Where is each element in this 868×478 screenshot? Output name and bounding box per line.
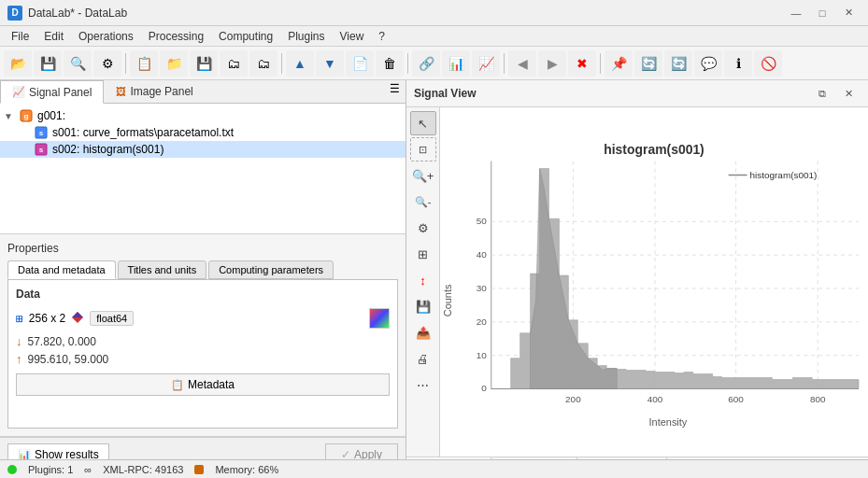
svg-text:s: s xyxy=(39,146,44,154)
properties-section: Properties Data and metadata Titles and … xyxy=(0,234,406,437)
tb-stack1[interactable]: 🗂 xyxy=(220,50,248,77)
tb-new[interactable]: 📄 xyxy=(346,50,374,77)
data-shape-row: ⊞ 256 x 2 float64 xyxy=(16,308,390,329)
tb-copy[interactable]: 📋 xyxy=(130,50,158,77)
svg-text:s: s xyxy=(39,129,44,137)
tb-stack2[interactable]: 🗂 xyxy=(249,50,277,77)
tb-info[interactable]: ℹ xyxy=(724,50,752,77)
tree-item-g001[interactable]: ▼ g g001: xyxy=(0,107,406,124)
max-values: 995.610, 59.000 xyxy=(28,353,109,366)
tree-item-s001[interactable]: s s001: curve_formats\paracetamol.txt xyxy=(0,124,406,141)
tb-open[interactable]: 📂 xyxy=(4,50,32,77)
tb-block[interactable]: 🚫 xyxy=(754,50,782,77)
signal-tree[interactable]: ▼ g g001: s s00 xyxy=(0,104,406,234)
tb-down[interactable]: ▼ xyxy=(316,50,344,77)
tool-zoom-out[interactable]: 🔍- xyxy=(410,190,436,214)
tb-chart2[interactable]: 📈 xyxy=(472,50,500,77)
menu-help[interactable]: ? xyxy=(371,28,392,45)
signal-icon-s001: s xyxy=(34,126,49,139)
group-icon: g xyxy=(19,109,34,122)
svg-text:30: 30 xyxy=(477,283,488,293)
tab-options-button[interactable]: ☰ xyxy=(384,80,406,103)
svg-text:50: 50 xyxy=(477,216,488,226)
tool-more[interactable]: ⋯ xyxy=(410,373,436,397)
plugins-status: Plugins: 1 xyxy=(28,464,73,475)
toolbar-separator-3 xyxy=(407,53,408,74)
chart-tools: ↖ ⊡ 🔍+ 🔍- ⚙ ⊞ ↕ 💾 📤 🖨 ⋯ xyxy=(406,107,440,457)
toolbar-separator-4 xyxy=(504,53,505,74)
menu-operations[interactable]: Operations xyxy=(71,28,141,45)
svg-text:0: 0 xyxy=(481,383,487,393)
tb-pin[interactable]: 📌 xyxy=(605,50,633,77)
tool-settings[interactable]: ⚙ xyxy=(410,216,436,240)
memory-status: Memory: 66% xyxy=(215,464,278,475)
svg-text:g: g xyxy=(24,112,29,120)
tb-refresh2[interactable]: 🔄 xyxy=(664,50,692,77)
x-axis-label: Intensity xyxy=(649,416,688,428)
close-button[interactable]: ✕ xyxy=(836,4,861,22)
array-icon: ⊞ xyxy=(16,312,23,326)
tab-data-metadata[interactable]: Data and metadata xyxy=(7,260,116,279)
color-swatch[interactable] xyxy=(369,308,390,329)
tb-folder[interactable]: 📁 xyxy=(160,50,188,77)
xmlrpc-status: XML-RPC: 49163 xyxy=(103,464,183,475)
tool-export[interactable]: 📤 xyxy=(410,320,436,344)
diamond-icon xyxy=(71,311,84,327)
panel-tab-bar: 📈 Signal Panel 🖼 Image Panel ☰ xyxy=(0,80,406,104)
data-section-header: Data xyxy=(16,288,390,301)
menu-computing[interactable]: Computing xyxy=(211,28,280,45)
tree-item-s002-label: s002: histogram(s001) xyxy=(52,143,164,156)
svg-text:histogram(s001): histogram(s001) xyxy=(750,170,818,180)
minimize-button[interactable]: — xyxy=(784,4,808,22)
tb-back[interactable]: ◀ xyxy=(508,50,536,77)
tool-spike[interactable]: ↕ xyxy=(410,268,436,292)
sv-restore-button[interactable]: ⧉ xyxy=(810,84,834,103)
svg-text:200: 200 xyxy=(565,394,581,404)
tb-comment[interactable]: 💬 xyxy=(694,50,722,77)
tb-settings[interactable]: ⚙ xyxy=(93,50,121,77)
tb-up[interactable]: ▲ xyxy=(286,50,314,77)
tb-refresh1[interactable]: 🔄 xyxy=(634,50,662,77)
tb-save[interactable]: 💾 xyxy=(34,50,62,77)
tab-image-panel[interactable]: 🖼 Image Panel xyxy=(104,80,205,103)
tool-grid[interactable]: ⊞ xyxy=(410,242,436,266)
tool-zoom-in[interactable]: 🔍+ xyxy=(410,163,436,188)
min-values-row: ↓ 57.820, 0.000 xyxy=(16,334,390,348)
tab-signal-panel[interactable]: 📈 Signal Panel xyxy=(0,80,104,104)
tb-link[interactable]: 🔗 xyxy=(412,50,440,77)
signal-icon-s002: s xyxy=(34,143,49,156)
tool-print[interactable]: 🖨 xyxy=(410,346,436,371)
tab-computing-params[interactable]: Computing parameters xyxy=(208,260,334,279)
min-icon: ↓ xyxy=(16,334,22,348)
menu-processing[interactable]: Processing xyxy=(141,28,211,45)
plugin-status-dot xyxy=(7,465,17,474)
maximize-button[interactable]: □ xyxy=(810,4,834,22)
tree-item-s002[interactable]: s s002: histogram(s001) xyxy=(0,141,406,158)
metadata-icon: 📋 xyxy=(171,379,184,391)
menu-view[interactable]: View xyxy=(333,28,372,45)
tool-select[interactable]: ⊡ xyxy=(410,137,436,162)
svg-text:40: 40 xyxy=(477,249,488,260)
tb-search[interactable]: 🔍 xyxy=(64,50,92,77)
menu-plugins[interactable]: Plugins xyxy=(280,28,332,45)
tool-cursor[interactable]: ↖ xyxy=(410,111,436,135)
min-values: 57.820, 0.000 xyxy=(28,335,96,348)
tb-delete[interactable]: 🗑 xyxy=(376,50,404,77)
tool-save[interactable]: 💾 xyxy=(410,294,436,318)
tb-chart[interactable]: 📊 xyxy=(442,50,470,77)
max-icon: ↑ xyxy=(16,352,22,366)
max-values-row: ↑ 995.610, 59.000 xyxy=(16,352,390,366)
chart-container: ↖ ⊡ 🔍+ 🔍- ⚙ ⊞ ↕ 💾 📤 🖨 ⋯ histogram(s001) xyxy=(406,107,868,457)
sv-close-button[interactable]: ✕ xyxy=(836,84,861,103)
toolbar-separator-1 xyxy=(125,53,126,74)
dtype-badge: float64 xyxy=(90,311,134,326)
tb-forward[interactable]: ▶ xyxy=(538,50,566,77)
tab-titles-units[interactable]: Titles and units xyxy=(118,260,207,279)
expand-icon[interactable]: ▼ xyxy=(4,111,19,121)
menu-file[interactable]: File xyxy=(4,28,36,45)
tb-close-item[interactable]: ✖ xyxy=(568,50,596,77)
tb-save2[interactable]: 💾 xyxy=(190,50,218,77)
menu-edit[interactable]: Edit xyxy=(36,28,71,45)
toolbar-separator-2 xyxy=(281,53,282,74)
metadata-button[interactable]: 📋 Metadata xyxy=(16,373,390,396)
